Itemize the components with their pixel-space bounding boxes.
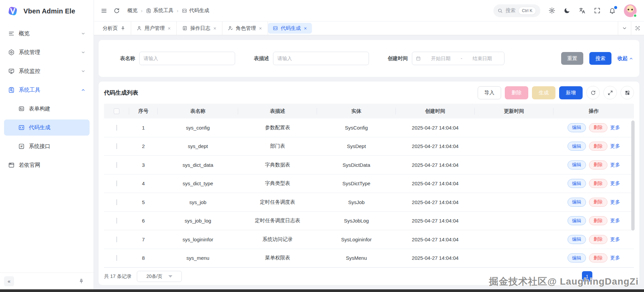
select-all-checkbox[interactable] <box>114 108 119 114</box>
sidebar-toggle-icon[interactable] <box>101 7 107 14</box>
fullscreen-icon[interactable] <box>594 7 601 14</box>
import-button[interactable]: 导入 <box>478 86 501 99</box>
row-delete-button[interactable]: 删除 <box>589 142 607 151</box>
notifications-bell-icon[interactable] <box>609 7 616 14</box>
sidebar-item[interactable]: 系统监控 <box>4 63 90 79</box>
cell-no: 3 <box>129 162 158 168</box>
delete-button[interactable]: 删除 <box>505 86 528 99</box>
breadcrumb: 概览›系统工具›代码生成 <box>127 7 209 14</box>
reset-button[interactable]: 重置 <box>561 52 583 65</box>
generate-button[interactable]: 生成 <box>532 86 555 99</box>
cell-created: 2025-04-27 14:04:04 <box>396 237 475 242</box>
theme-moon-icon[interactable] <box>564 7 571 14</box>
tool-icon <box>146 8 151 13</box>
search-button[interactable]: 搜索 <box>589 52 611 65</box>
cell-actions: 编辑删除更多 <box>553 179 634 188</box>
breadcrumb-item[interactable]: 系统工具 <box>146 7 173 14</box>
table-name-input[interactable] <box>139 52 235 65</box>
sidebar-item[interactable]: 概览 <box>4 26 90 42</box>
content-maximize-button[interactable] <box>631 21 644 35</box>
cell-table-name: sys_dict_data <box>158 162 238 168</box>
tab-item[interactable]: 角色管理 <box>222 21 268 35</box>
settings-gear-icon[interactable] <box>548 7 555 14</box>
collapse-filter-link[interactable]: 收起 <box>618 55 633 62</box>
row-checkbox[interactable] <box>116 125 117 131</box>
filter-form: 表名称 表描述 创建时间 开始日期 - 结束日期 <box>99 40 639 77</box>
table-scrollbar-thumb[interactable] <box>631 120 635 231</box>
row-more-link[interactable]: 更多 <box>610 143 620 149</box>
row-edit-button[interactable]: 编辑 <box>568 160 586 169</box>
row-delete-button[interactable]: 删除 <box>589 235 607 244</box>
breadcrumb-item[interactable]: 概览 <box>127 7 138 14</box>
tabs-dropdown-button[interactable] <box>618 21 631 35</box>
sidebar-item[interactable]: 若依官网 <box>4 157 90 173</box>
tab-item[interactable]: 操作日志 <box>177 21 222 35</box>
row-delete-button[interactable]: 删除 <box>589 253 607 262</box>
date-separator: - <box>461 56 463 61</box>
row-more-link[interactable]: 更多 <box>610 199 620 205</box>
date-range-picker[interactable]: 开始日期 - 结束日期 <box>412 52 504 65</box>
row-edit-button[interactable]: 编辑 <box>568 123 586 132</box>
pin-icon[interactable] <box>120 26 125 31</box>
tab-close-icon[interactable] <box>304 27 307 30</box>
tab-close-icon[interactable] <box>213 27 217 30</box>
table-refresh-button[interactable] <box>586 86 600 99</box>
row-checkbox[interactable] <box>116 162 117 168</box>
sidebar-item[interactable]: 系统管理 <box>4 44 90 60</box>
row-edit-button[interactable]: 编辑 <box>568 216 586 225</box>
page-size-select[interactable]: 20条/页 <box>137 271 182 282</box>
sidebar-item[interactable]: 代码生成 <box>4 119 90 136</box>
sidebar-item[interactable]: If系统接口 <box>4 138 90 154</box>
tab-item[interactable]: 用户管理 <box>131 21 177 35</box>
row-delete-button[interactable]: 删除 <box>589 179 607 188</box>
row-edit-button[interactable]: 编辑 <box>568 142 586 151</box>
row-edit-button[interactable]: 编辑 <box>568 179 586 188</box>
row-delete-button[interactable]: 删除 <box>589 216 607 225</box>
cell-created: 2025-04-27 14:04:04 <box>396 181 475 186</box>
row-delete-button[interactable]: 删除 <box>589 198 607 207</box>
refresh-page-icon[interactable] <box>113 7 120 14</box>
add-button[interactable]: 新增 <box>559 86 583 99</box>
row-edit-button[interactable]: 编辑 <box>568 235 586 244</box>
cell-actions: 编辑删除更多 <box>553 216 634 225</box>
tab-active[interactable]: 代码生成 <box>268 23 312 34</box>
row-checkbox[interactable] <box>116 237 117 242</box>
row-delete-button[interactable]: 删除 <box>589 160 607 169</box>
row-more-link[interactable]: 更多 <box>610 217 620 224</box>
caret-down-icon <box>168 275 172 278</box>
row-more-link[interactable]: 更多 <box>610 180 620 187</box>
sidebar-item[interactable]: 系统工具 <box>4 82 90 98</box>
app-window: Vben Admin Ele 概览系统管理系统监控系统工具表单构建代码生成If系… <box>0 0 644 292</box>
global-search-input[interactable]: 搜索 Ctrl K <box>493 4 540 17</box>
row-more-link[interactable]: 更多 <box>610 255 620 261</box>
row-checkbox[interactable] <box>116 218 117 224</box>
row-edit-button[interactable]: 编辑 <box>568 253 586 262</box>
row-checkbox[interactable] <box>116 181 117 186</box>
sidebar-pin-button[interactable] <box>76 276 86 286</box>
sidebar-footer: « <box>0 273 94 289</box>
row-more-link[interactable]: 更多 <box>610 236 620 243</box>
sidebar-item[interactable]: 表单构建 <box>4 101 90 117</box>
row-checkbox[interactable] <box>116 143 117 149</box>
row-more-link[interactable]: 更多 <box>610 125 620 131</box>
page-1-button[interactable]: 1 <box>582 271 592 282</box>
tab-close-icon[interactable] <box>259 27 262 30</box>
cell-created: 2025-04-27 14:04:04 <box>396 143 475 149</box>
tab-item[interactable]: 分析页 <box>97 21 131 35</box>
user-avatar[interactable] <box>624 4 637 17</box>
column-settings-button[interactable] <box>621 86 634 99</box>
table-desc-input[interactable] <box>273 52 369 65</box>
date-start-placeholder: 开始日期 <box>422 55 460 62</box>
row-delete-button[interactable]: 删除 <box>589 123 607 132</box>
table-fullscreen-button[interactable] <box>603 86 617 99</box>
row-more-link[interactable]: 更多 <box>610 162 620 168</box>
language-translate-icon[interactable] <box>579 7 586 14</box>
breadcrumb-separator: › <box>141 8 143 13</box>
sidebar-collapse-button[interactable]: « <box>4 276 14 286</box>
row-edit-button[interactable]: 编辑 <box>568 198 586 207</box>
logo-row[interactable]: Vben Admin Ele <box>0 0 94 22</box>
row-checkbox[interactable] <box>116 199 117 205</box>
breadcrumb-item[interactable]: 代码生成 <box>182 7 209 14</box>
tab-close-icon[interactable] <box>167 27 171 30</box>
row-checkbox[interactable] <box>116 255 117 261</box>
